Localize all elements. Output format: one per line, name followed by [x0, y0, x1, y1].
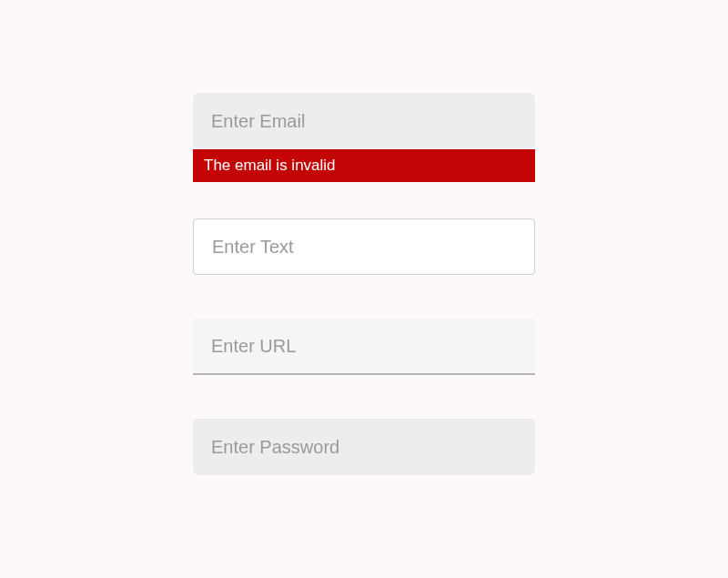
spacer [193, 375, 535, 419]
spacer [193, 275, 535, 319]
text-field-group [193, 218, 535, 275]
email-error-message: The email is invalid [193, 149, 535, 182]
spacer [193, 182, 535, 218]
email-field-group: The email is invalid [193, 93, 535, 182]
email-input[interactable] [193, 93, 535, 149]
url-input[interactable] [193, 319, 535, 375]
form-container: The email is invalid [193, 93, 535, 475]
password-input[interactable] [193, 419, 535, 475]
url-field-group [193, 319, 535, 375]
password-field-group [193, 419, 535, 475]
text-input[interactable] [193, 218, 535, 275]
